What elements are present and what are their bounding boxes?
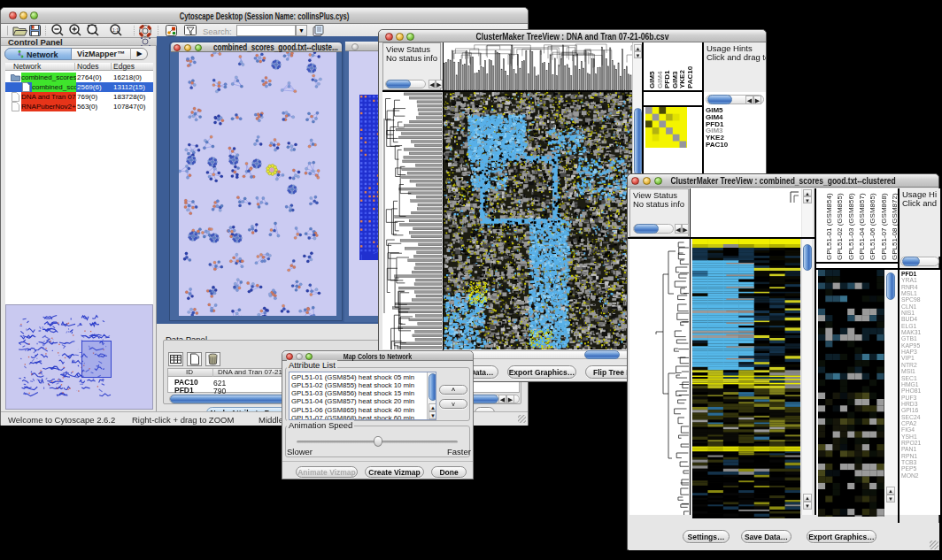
svg-text:1:1: 1:1 bbox=[112, 27, 119, 33]
